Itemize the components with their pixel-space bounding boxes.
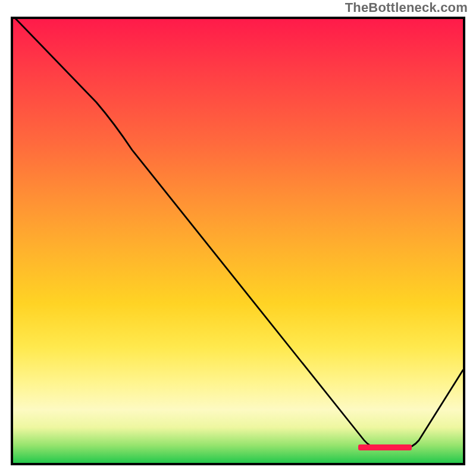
chart-container: TheBottleneck.com: [0, 0, 476, 476]
watermark-text: TheBottleneck.com: [345, 0, 468, 15]
plot-frame: [11, 17, 465, 465]
bottleneck-curve: [13, 19, 463, 463]
curve-path: [13, 19, 463, 449]
trough-marker-icon: [358, 444, 412, 450]
